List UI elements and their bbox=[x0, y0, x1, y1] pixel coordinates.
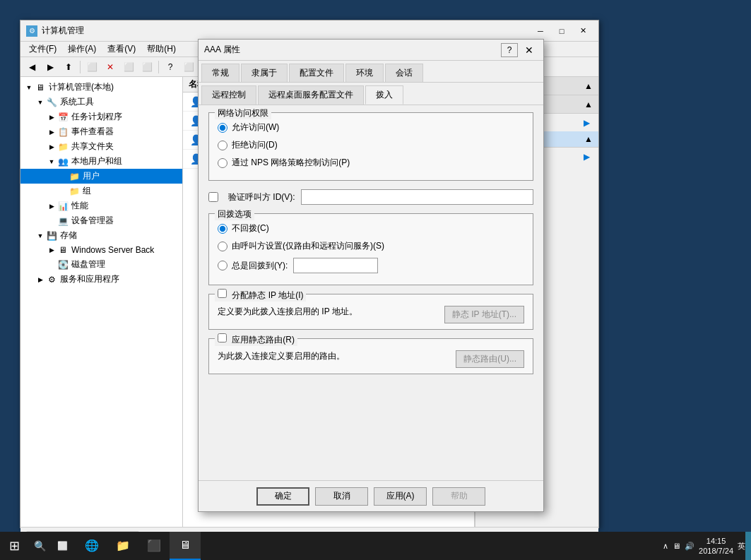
checkbox-static-ip[interactable] bbox=[218, 289, 227, 298]
label-system-tools: 系统工具 bbox=[60, 96, 94, 108]
task-view-button[interactable]: ⬜ bbox=[51, 532, 73, 560]
tree-item-device-manager[interactable]: 💻 设备管理器 bbox=[20, 213, 182, 228]
taskbar-app-ie[interactable]: 🌐 bbox=[76, 532, 107, 560]
tree-item-groups[interactable]: 📁 组 bbox=[20, 184, 182, 198]
menu-action[interactable]: 操作(A) bbox=[62, 42, 102, 56]
always-callback-field[interactable] bbox=[293, 258, 378, 273]
taskbar-app-cmd[interactable]: ⬛ bbox=[138, 532, 170, 560]
icon-computer: 🖥 bbox=[35, 82, 46, 93]
label-computer: 计算机管理(本地) bbox=[49, 81, 114, 93]
radio-always-callback-row: 总是回拨到(Y): bbox=[218, 258, 524, 273]
tab-row-2: 远程控制 远程桌面服务配置文件 拨入 bbox=[199, 83, 543, 105]
btn-cancel[interactable]: 取消 bbox=[315, 487, 368, 506]
toolbar-export[interactable]: ⬜ bbox=[138, 59, 155, 75]
label-local-users: 本地用户和组 bbox=[71, 155, 122, 167]
icon-event-viewer: 📋 bbox=[57, 126, 69, 138]
dialog-close-button[interactable]: ✕ bbox=[521, 43, 538, 57]
label-disk-mgmt: 磁盘管理 bbox=[71, 258, 105, 270]
search-button[interactable]: 🔍 bbox=[28, 532, 51, 560]
btn-help[interactable]: 帮助 bbox=[432, 487, 485, 506]
tree-item-shared-folders[interactable]: ▶ 📁 共享文件夹 bbox=[20, 139, 182, 154]
toolbar-back[interactable]: ◀ bbox=[23, 59, 40, 75]
toolbar-prop[interactable]: ⬜ bbox=[120, 59, 137, 75]
toolbar-forward[interactable]: ▶ bbox=[42, 59, 59, 75]
tree-item-system-tools[interactable]: ▼ 🔧 系统工具 bbox=[20, 95, 182, 109]
tree-item-windows-backup[interactable]: ▶ 🖥 Windows Server Back bbox=[20, 243, 182, 257]
tree-item-performance[interactable]: ▶ 📊 性能 bbox=[20, 198, 182, 213]
tree-item-services[interactable]: ▶ ⚙ 服务和应用程序 bbox=[20, 272, 182, 287]
toolbar-delete[interactable]: ✕ bbox=[102, 59, 119, 75]
radio-caller-set[interactable] bbox=[218, 242, 227, 251]
tab-general[interactable]: 常规 bbox=[201, 64, 240, 82]
radio-deny-row: 拒绝访问(D) bbox=[218, 139, 524, 151]
icon-groups: 📁 bbox=[69, 186, 80, 197]
close-button[interactable]: ✕ bbox=[573, 24, 593, 38]
menu-file[interactable]: 文件(F) bbox=[23, 42, 62, 56]
expander-services: ▶ bbox=[35, 274, 46, 285]
tab-member-of[interactable]: 隶属于 bbox=[241, 64, 288, 82]
taskbar-clock[interactable]: 14:15 2018/7/24 bbox=[699, 536, 733, 556]
tree-item-task-scheduler[interactable]: ▶ 📅 任务计划程序 bbox=[20, 109, 182, 124]
toolbar-show-hide[interactable]: ⬜ bbox=[83, 59, 100, 75]
tab-remote-desktop[interactable]: 远程桌面服务配置文件 bbox=[258, 85, 364, 105]
tree-item-computer[interactable]: ▼ 🖥 计算机管理(本地) bbox=[20, 80, 182, 95]
tab-remote-control[interactable]: 远程控制 bbox=[201, 85, 256, 105]
btn-ok[interactable]: 确定 bbox=[256, 487, 309, 506]
expander-shared-folders: ▶ bbox=[46, 141, 57, 153]
toolbar-extra[interactable]: ⬜ bbox=[180, 59, 197, 75]
notify-lang[interactable]: 英 bbox=[738, 541, 745, 552]
checkbox-callerid[interactable] bbox=[208, 192, 218, 202]
radio-no-callback[interactable] bbox=[218, 224, 227, 234]
expander-groups bbox=[57, 186, 69, 197]
start-button[interactable]: ⊞ bbox=[0, 532, 28, 560]
dialog-help-button[interactable]: ? bbox=[501, 43, 518, 57]
static-routes-legend: 应用静态路由(R) bbox=[215, 333, 297, 346]
static-routes-button[interactable]: 静态路由(U)... bbox=[456, 350, 524, 368]
radio-always-callback[interactable] bbox=[218, 261, 227, 270]
maximize-button[interactable]: □ bbox=[552, 24, 572, 38]
taskbar-app-compmgmt[interactable]: 🖥 bbox=[170, 532, 201, 560]
tree-item-storage[interactable]: ▼ 💾 存储 bbox=[20, 228, 182, 243]
icon-users: 📁 bbox=[69, 171, 80, 182]
expander-storage: ▼ bbox=[35, 230, 46, 242]
radio-nps[interactable] bbox=[218, 158, 227, 168]
callerid-label: 验证呼叫方 ID(V): bbox=[228, 191, 295, 203]
menu-view[interactable]: 查看(V) bbox=[102, 42, 141, 56]
callerid-field[interactable] bbox=[301, 189, 533, 205]
main-window-icon: ⚙ bbox=[26, 25, 37, 37]
toolbar-help[interactable]: ? bbox=[162, 59, 179, 75]
tab-profile[interactable]: 配置文件 bbox=[289, 64, 344, 82]
tab-dialin[interactable]: 拨入 bbox=[365, 85, 403, 105]
radio-always-callback-label: 总是回拨到(Y): bbox=[232, 260, 288, 272]
toolbar-up[interactable]: ⬆ bbox=[60, 59, 77, 75]
expander-system-tools: ▼ bbox=[35, 97, 46, 108]
minimize-button[interactable]: ─ bbox=[531, 24, 550, 38]
checkbox-static-routes[interactable] bbox=[218, 333, 227, 342]
tab-environment[interactable]: 环境 bbox=[345, 64, 384, 82]
tree-item-disk-mgmt[interactable]: 💽 磁盘管理 bbox=[20, 257, 182, 272]
notify-network[interactable]: 🖥 bbox=[673, 542, 680, 550]
btn-apply[interactable]: 应用(A) bbox=[374, 487, 427, 506]
network-access-content: 允许访问(W) 拒绝访问(D) 通过 NPS 网络策略控制访问(P) bbox=[218, 121, 524, 169]
static-routes-text: 为此拨入连接定义要启用的路由。 bbox=[218, 350, 345, 362]
radio-deny-label: 拒绝访问(D) bbox=[232, 139, 278, 151]
icon-local-users: 👥 bbox=[57, 156, 69, 167]
radio-allow[interactable] bbox=[218, 123, 227, 133]
radio-deny[interactable] bbox=[218, 141, 227, 150]
notify-volume[interactable]: 🔊 bbox=[685, 542, 694, 551]
dialog-content: 网络访问权限 允许访问(W) 拒绝访问(D) 通过 NPS 网络策略控制访问(P… bbox=[199, 105, 543, 492]
expander-device-manager bbox=[46, 215, 57, 227]
tab-session[interactable]: 会话 bbox=[385, 64, 423, 82]
expander-performance: ▶ bbox=[46, 201, 57, 212]
tree-item-local-users[interactable]: ▼ 👥 本地用户和组 bbox=[20, 154, 182, 169]
menu-help[interactable]: 帮助(H) bbox=[141, 42, 182, 56]
tree-item-event-viewer[interactable]: ▶ 📋 事件查看器 bbox=[20, 124, 182, 139]
taskbar: ⊞ 🔍 ⬜ 🌐 📁 ⬛ 🖥 ∧ 🖥 🔊 14:15 2018/7/24 英 bbox=[0, 532, 751, 560]
clock-date: 2018/7/24 bbox=[699, 547, 733, 555]
taskbar-corner[interactable] bbox=[745, 532, 751, 560]
radio-nps-label: 通过 NPS 网络策略控制访问(P) bbox=[232, 157, 350, 169]
tree-item-users[interactable]: 📁 用户 bbox=[20, 169, 182, 184]
notify-chevron[interactable]: ∧ bbox=[663, 542, 668, 551]
static-ip-button[interactable]: 静态 IP 地址(T)... bbox=[444, 306, 524, 323]
taskbar-app-explorer[interactable]: 📁 bbox=[107, 532, 138, 560]
